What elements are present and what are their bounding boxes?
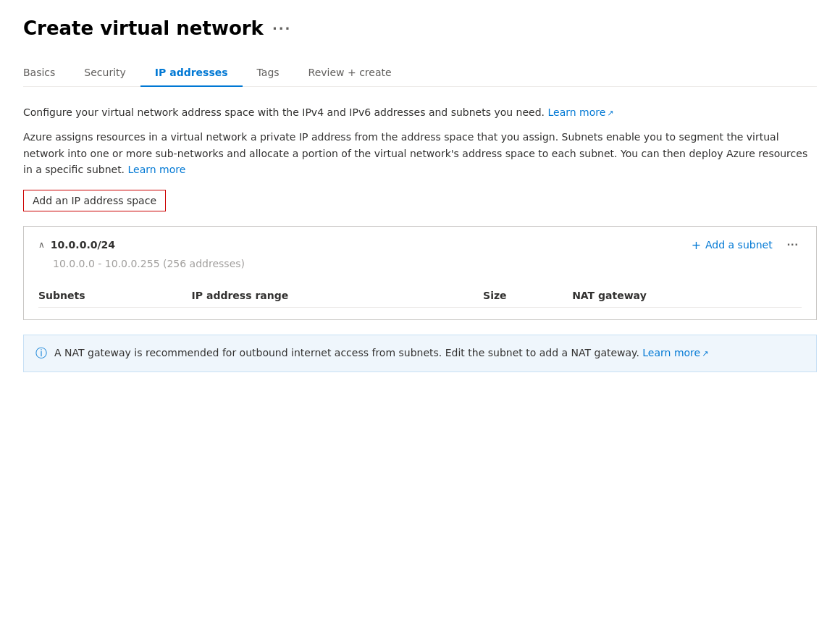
subnet-table: Subnets IP address range Size NAT gatewa… xyxy=(38,284,802,308)
ip-space-card: ∧ 10.0.0.0/24 + Add a subnet ··· 10.0.0.… xyxy=(23,226,817,320)
ip-space-header: ∧ 10.0.0.0/24 + Add a subnet ··· xyxy=(38,238,802,252)
tab-basics[interactable]: Basics xyxy=(23,59,70,87)
ip-space-cidr: 10.0.0.0/24 xyxy=(51,239,115,251)
info-banner-text: A NAT gateway is recommended for outboun… xyxy=(54,345,708,361)
col-header-nat-gateway: NAT gateway xyxy=(572,284,802,308)
page-header: Create virtual network ··· xyxy=(23,17,817,39)
external-link-icon-2: ↗ xyxy=(702,348,708,361)
info-icon: ⓘ xyxy=(35,346,47,361)
page-title: Create virtual network xyxy=(23,17,264,39)
tab-security[interactable]: Security xyxy=(70,59,140,87)
plus-icon: + xyxy=(692,238,701,252)
add-subnet-button[interactable]: + Add a subnet xyxy=(692,238,773,252)
ip-range-text: 10.0.0.0 - 10.0.0.255 (256 addresses) xyxy=(38,258,802,269)
tab-bar: Basics Security IP addresses Tags Review… xyxy=(23,59,817,87)
description-text-1: Configure your virtual network address s… xyxy=(23,104,817,120)
tab-ip-addresses[interactable]: IP addresses xyxy=(140,59,243,87)
ip-space-actions: + Add a subnet ··· xyxy=(692,238,802,252)
info-learn-more-link[interactable]: Learn more↗ xyxy=(642,347,708,358)
ip-space-more-options-button[interactable]: ··· xyxy=(784,238,802,251)
ip-space-title-group: ∧ 10.0.0.0/24 xyxy=(38,239,115,251)
more-options-icon[interactable]: ··· xyxy=(272,21,292,36)
subnet-table-head: Subnets IP address range Size NAT gatewa… xyxy=(38,284,802,308)
description-block: Configure your virtual network address s… xyxy=(23,104,817,178)
subnet-table-header-row: Subnets IP address range Size NAT gatewa… xyxy=(38,284,802,308)
learn-more-link-2[interactable]: Learn more xyxy=(128,164,186,175)
chevron-up-icon[interactable]: ∧ xyxy=(38,240,45,250)
description-text-2: Azure assigns resources in a virtual net… xyxy=(23,129,817,177)
info-banner: ⓘ A NAT gateway is recommended for outbo… xyxy=(23,335,817,372)
learn-more-link-1[interactable]: Learn more↗ xyxy=(548,106,614,118)
col-header-size: Size xyxy=(483,284,572,308)
tab-review-create[interactable]: Review + create xyxy=(294,59,406,87)
external-link-icon-1: ↗ xyxy=(607,107,613,120)
col-header-ip-range: IP address range xyxy=(192,284,483,308)
tab-tags[interactable]: Tags xyxy=(243,59,294,87)
col-header-subnets: Subnets xyxy=(38,284,192,308)
add-ip-address-space-button[interactable]: Add an IP address space xyxy=(23,190,166,211)
